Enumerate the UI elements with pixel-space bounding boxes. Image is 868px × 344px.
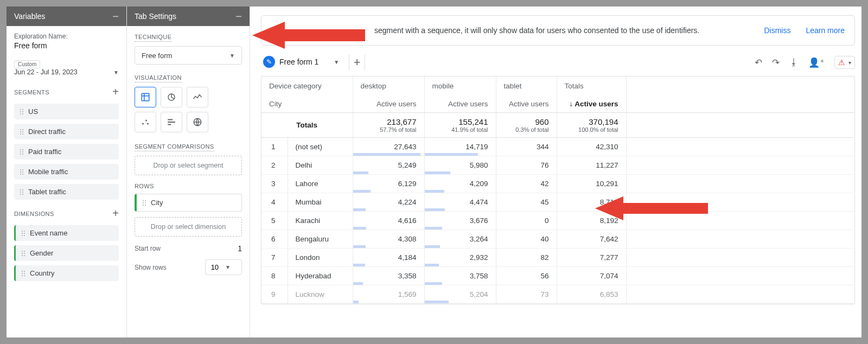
caret-down-icon: ▼ [113, 69, 119, 75]
col-mobile[interactable]: mobile [424, 77, 496, 95]
table-row[interactable]: 1(not set)27,64314,71934442,310 [261, 138, 854, 156]
drag-handle-icon [20, 129, 24, 135]
totals-tablet: 9600.3% of total [496, 113, 557, 138]
tab-settings-title: Tab Settings [135, 12, 176, 21]
row-city: Mumbai [288, 193, 353, 212]
row-mobile: 2,932 [424, 249, 496, 267]
row-desktop: 1,569 [353, 285, 424, 304]
row-index: 2 [261, 156, 288, 175]
segment-drop-zone[interactable]: Drop or select segment [135, 156, 242, 175]
date-custom-chip: Custom [14, 60, 40, 68]
totals-label: Totals [261, 113, 353, 138]
viz-bar-icon[interactable] [161, 112, 182, 132]
table-row[interactable]: 8Hyderabad3,3583,758567,074 [261, 267, 854, 285]
report-table: Device category desktop mobile tablet To… [261, 76, 855, 304]
row-index: 9 [261, 285, 288, 304]
table-row[interactable]: 2Delhi5,2495,9807611,227 [261, 156, 854, 175]
segment-chip[interactable]: Tablet traffic [14, 184, 119, 200]
row-mobile: 3,758 [424, 267, 496, 285]
caret-down-icon: ▼ [334, 59, 339, 65]
row-desktop: 4,184 [353, 249, 424, 267]
caret-down-icon: ▼ [225, 264, 231, 270]
subcol-tablet[interactable]: Active users [496, 95, 557, 113]
row-total: 6,853 [557, 285, 626, 304]
row-total: 11,227 [557, 156, 626, 175]
row-city: Lahore [288, 175, 353, 193]
subcol-desktop[interactable]: Active users [353, 95, 424, 113]
row-mobile: 4,209 [424, 175, 496, 193]
chip-label: Country [30, 269, 55, 277]
subcol-totals-sorted[interactable]: ↓ Active users [557, 95, 626, 113]
row-index: 5 [261, 212, 288, 230]
viz-table-icon[interactable] [135, 87, 156, 107]
viz-donut-icon[interactable] [161, 87, 182, 107]
redo-icon[interactable]: ↷ [772, 57, 780, 68]
undo-icon[interactable]: ↶ [755, 57, 762, 68]
chip-label: Paid traffic [28, 148, 61, 156]
row-tablet: 344 [496, 138, 557, 156]
minimize-icon[interactable]: − [112, 10, 119, 23]
exploration-name-value[interactable]: Free form [14, 41, 119, 50]
viz-scatter-icon[interactable] [135, 112, 156, 132]
variables-title: Variables [14, 12, 45, 21]
row-desktop: 4,308 [353, 230, 424, 249]
add-segment-button[interactable]: + [112, 86, 119, 98]
segment-chip[interactable]: Mobile traffic [14, 164, 119, 180]
row-city: Bengaluru [288, 230, 353, 249]
row-total: 7,074 [557, 267, 626, 285]
row-dimension-chip[interactable]: City [135, 194, 242, 212]
subcol-mobile[interactable]: Active users [424, 95, 496, 113]
row-mobile: 5,980 [424, 156, 496, 175]
dimension-chip[interactable]: Country [14, 265, 119, 281]
technique-select[interactable]: Free form ▼ [135, 46, 242, 65]
share-icon[interactable]: 👤⁺ [808, 57, 825, 68]
row-city: Delhi [288, 156, 353, 175]
row-city: London [288, 249, 353, 267]
row-tablet: 76 [496, 156, 557, 175]
table-row[interactable]: 9Lucknow1,5695,204736,853 [261, 285, 854, 304]
drag-handle-icon [21, 250, 25, 257]
chip-label: US [28, 107, 38, 116]
row-city: Hyderabad [288, 267, 353, 285]
show-rows-select[interactable]: 10 ▼ [205, 259, 242, 275]
date-range-picker[interactable]: Jun 22 - Jul 19, 2023 ▼ [14, 68, 119, 76]
header-device-category: Device category [261, 77, 353, 95]
row-city: Karachi [288, 212, 353, 230]
table-row[interactable]: 5Karachi4,6163,67608,192 [261, 212, 854, 230]
col-totals[interactable]: Totals [557, 77, 626, 95]
row-tablet: 82 [496, 249, 557, 267]
visualization-label: VISUALIZATION [135, 74, 182, 82]
table-row[interactable]: 6Bengaluru4,3083,264407,642 [261, 230, 854, 249]
table-row[interactable]: 7London4,1842,932827,277 [261, 249, 854, 267]
chip-label: Tablet traffic [28, 188, 66, 196]
annotation-arrow [252, 20, 366, 51]
start-row-label: Start row [135, 245, 161, 252]
table-row[interactable]: 4Mumbai4,2244,474458,712 [261, 193, 854, 212]
svg-marker-7 [595, 196, 708, 220]
add-tab-button[interactable]: + [349, 54, 365, 71]
segment-chip[interactable]: US [14, 104, 119, 119]
segment-chip[interactable]: Paid traffic [14, 144, 119, 160]
col-tablet[interactable]: tablet [496, 77, 557, 95]
row-tablet: 0 [496, 212, 557, 230]
viz-line-icon[interactable] [187, 87, 208, 107]
download-icon[interactable]: ⭳ [789, 57, 799, 68]
col-desktop[interactable]: desktop [353, 77, 424, 95]
report-tab[interactable]: ✎ Free form 1 ▼ [261, 53, 346, 72]
error-chip[interactable]: ⚠ ▾ [834, 56, 855, 69]
row-city: (not set) [288, 138, 353, 156]
dimension-drop-zone[interactable]: Drop or select dimension [135, 217, 242, 237]
minimize-icon[interactable]: − [235, 10, 242, 23]
banner-learn-more-link[interactable]: Learn more [806, 26, 845, 35]
banner-dismiss-button[interactable]: Dismiss [764, 26, 790, 35]
drag-handle-icon [20, 149, 24, 155]
tab-name: Free form 1 [279, 58, 318, 66]
dimension-chip[interactable]: Event name [14, 225, 119, 241]
header-city: City [261, 95, 353, 113]
add-dimension-button[interactable]: + [112, 207, 119, 220]
table-row[interactable]: 3Lahore6,1294,2094210,291 [261, 175, 854, 193]
segment-chip[interactable]: Direct traffic [14, 124, 119, 139]
viz-geo-icon[interactable] [187, 112, 208, 132]
dimension-chip[interactable]: Gender [14, 245, 119, 261]
start-row-input[interactable]: 1 [238, 244, 242, 253]
